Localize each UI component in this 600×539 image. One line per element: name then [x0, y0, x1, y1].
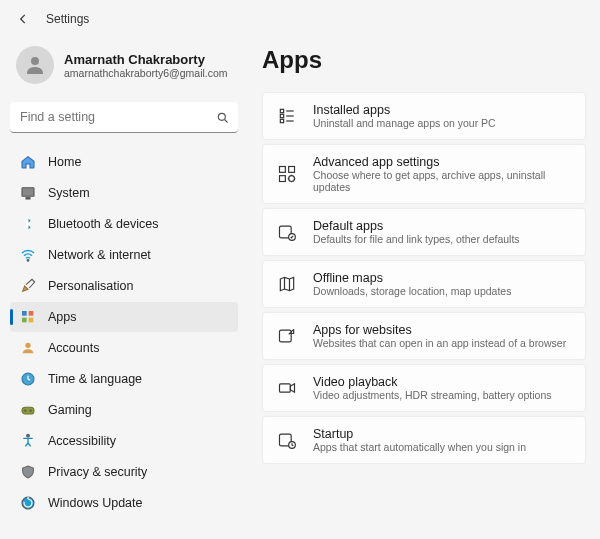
- card-advanced-app-settings[interactable]: Advanced app settingsChoose where to get…: [262, 144, 586, 204]
- window-title: Settings: [46, 12, 89, 26]
- person-icon: [20, 340, 36, 356]
- svg-point-26: [289, 176, 295, 182]
- profile-block[interactable]: Amarnath Chakraborty amarnathchakraborty…: [10, 38, 238, 96]
- system-icon: [20, 185, 36, 201]
- websites-icon: [277, 326, 297, 346]
- svg-rect-8: [22, 318, 27, 323]
- card-subtitle: Video adjustments, HDR streaming, batter…: [313, 389, 552, 401]
- svg-point-1: [218, 113, 225, 120]
- svg-rect-25: [280, 176, 286, 182]
- card-subtitle: Apps that start automatically when you s…: [313, 441, 526, 453]
- card-subtitle: Choose where to get apps, archive apps, …: [313, 169, 571, 193]
- svg-point-5: [27, 259, 29, 261]
- sidebar-item-label: Accounts: [48, 341, 99, 355]
- sidebar-item-time-language[interactable]: Time & language: [10, 364, 238, 394]
- svg-rect-3: [22, 188, 34, 197]
- sidebar-item-label: Gaming: [48, 403, 92, 417]
- accessibility-icon: [20, 433, 36, 449]
- sidebar-item-accessibility[interactable]: Accessibility: [10, 426, 238, 456]
- search-icon: [216, 111, 230, 125]
- shield-icon: [20, 464, 36, 480]
- sidebar-item-home[interactable]: Home: [10, 147, 238, 177]
- card-title: Advanced app settings: [313, 155, 571, 169]
- gaming-icon: [20, 402, 36, 418]
- wifi-icon: [20, 247, 36, 263]
- card-title: Apps for websites: [313, 323, 566, 337]
- card-title: Startup: [313, 427, 526, 441]
- sidebar-item-accounts[interactable]: Accounts: [10, 333, 238, 363]
- sidebar-item-label: Network & internet: [48, 248, 151, 262]
- svg-rect-30: [280, 384, 291, 392]
- card-video-playback[interactable]: Video playbackVideo adjustments, HDR str…: [262, 364, 586, 412]
- sidebar-item-label: Time & language: [48, 372, 142, 386]
- advanced-icon: [277, 164, 297, 184]
- card-title: Video playback: [313, 375, 552, 389]
- sidebar-item-bluetooth-devices[interactable]: Bluetooth & devices: [10, 209, 238, 239]
- sidebar-item-label: Home: [48, 155, 81, 169]
- card-subtitle: Websites that can open in an app instead…: [313, 337, 566, 349]
- svg-rect-19: [280, 119, 283, 122]
- svg-rect-4: [26, 198, 30, 199]
- svg-rect-17: [280, 109, 283, 112]
- card-subtitle: Uninstall and manage apps on your PC: [313, 117, 496, 129]
- sidebar-item-personalisation[interactable]: Personalisation: [10, 271, 238, 301]
- clock-icon: [20, 371, 36, 387]
- card-title: Installed apps: [313, 103, 496, 117]
- sidebar-item-gaming[interactable]: Gaming: [10, 395, 238, 425]
- sidebar-item-network-internet[interactable]: Network & internet: [10, 240, 238, 270]
- sidebar-item-windows-update[interactable]: Windows Update: [10, 488, 238, 518]
- sidebar-item-label: Personalisation: [48, 279, 133, 293]
- svg-point-0: [31, 57, 39, 65]
- svg-rect-7: [29, 311, 34, 316]
- svg-rect-18: [280, 114, 283, 117]
- svg-rect-12: [22, 407, 34, 414]
- card-installed-apps[interactable]: Installed appsUninstall and manage apps …: [262, 92, 586, 140]
- card-apps-for-websites[interactable]: Apps for websitesWebsites that can open …: [262, 312, 586, 360]
- user-icon: [23, 53, 47, 77]
- bluetooth-icon: [20, 216, 36, 232]
- brush-icon: [20, 278, 36, 294]
- card-subtitle: Downloads, storage location, map updates: [313, 285, 511, 297]
- maps-icon: [277, 274, 297, 294]
- profile-email: amarnathchakraborty6@gmail.com: [64, 67, 228, 79]
- svg-point-10: [25, 343, 30, 348]
- page-title: Apps: [262, 46, 586, 74]
- update-icon: [20, 495, 36, 511]
- sidebar-item-label: Privacy & security: [48, 465, 147, 479]
- card-offline-maps[interactable]: Offline mapsDownloads, storage location,…: [262, 260, 586, 308]
- svg-rect-29: [280, 330, 292, 342]
- avatar: [16, 46, 54, 84]
- home-icon: [20, 154, 36, 170]
- sidebar-item-label: Bluetooth & devices: [48, 217, 159, 231]
- video-icon: [277, 378, 297, 398]
- card-startup[interactable]: StartupApps that start automatically whe…: [262, 416, 586, 464]
- default-icon: [277, 222, 297, 242]
- sidebar-item-label: Apps: [48, 310, 77, 324]
- svg-point-13: [25, 410, 26, 411]
- sidebar-item-system[interactable]: System: [10, 178, 238, 208]
- svg-rect-23: [280, 167, 286, 173]
- svg-rect-24: [289, 167, 295, 173]
- svg-rect-9: [29, 318, 34, 323]
- sidebar-item-label: Windows Update: [48, 496, 143, 510]
- card-title: Default apps: [313, 219, 520, 233]
- installed-icon: [277, 106, 297, 126]
- profile-name: Amarnath Chakraborty: [64, 52, 228, 67]
- card-title: Offline maps: [313, 271, 511, 285]
- svg-point-14: [30, 410, 31, 411]
- back-arrow-icon: [16, 12, 30, 26]
- startup-icon: [277, 430, 297, 450]
- search-field[interactable]: [10, 102, 238, 133]
- svg-line-2: [225, 119, 228, 122]
- svg-rect-6: [22, 311, 27, 316]
- svg-point-15: [27, 434, 30, 437]
- sidebar-item-privacy-security[interactable]: Privacy & security: [10, 457, 238, 487]
- search-input[interactable]: [10, 102, 238, 133]
- card-subtitle: Defaults for file and link types, other …: [313, 233, 520, 245]
- back-button[interactable]: [14, 10, 32, 28]
- card-default-apps[interactable]: Default appsDefaults for file and link t…: [262, 208, 586, 256]
- sidebar-item-apps[interactable]: Apps: [10, 302, 238, 332]
- apps-icon: [20, 309, 36, 325]
- sidebar-item-label: Accessibility: [48, 434, 116, 448]
- sidebar-item-label: System: [48, 186, 90, 200]
